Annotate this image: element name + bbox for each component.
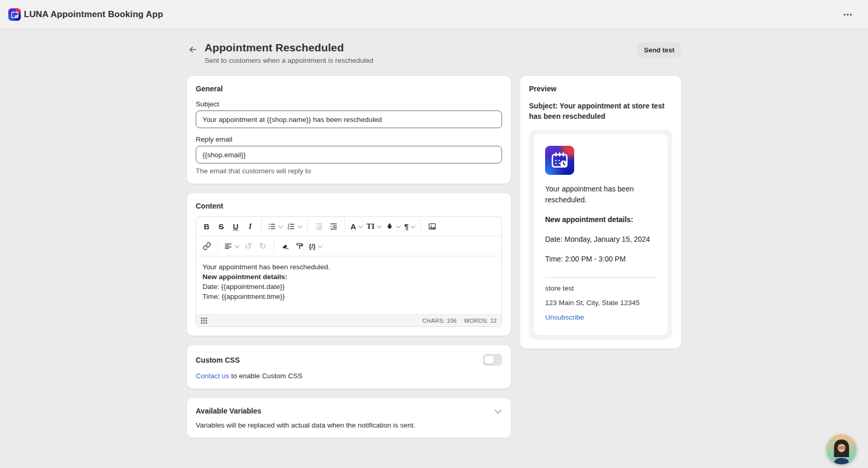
preview-time-line: Time: 2:00 PM - 3:00 PM [545,254,656,265]
chevron-down-icon [495,407,501,414]
general-card-title: General [196,85,502,93]
available-variables-title: Available Variables [196,407,261,415]
editor-line: Time: {{appointment.time}} [202,292,495,301]
preview-body-line: Your appointment has been rescheduled. [545,184,656,205]
editor-line: Your appointment has been rescheduled. [202,262,495,272]
back-button[interactable] [187,44,198,57]
paragraph-format-button[interactable]: ¶ [402,219,417,235]
preview-details-heading: New appointment details: [545,214,656,225]
person-avatar-image [826,434,857,464]
format-painter-button[interactable] [292,239,307,254]
support-chat-avatar[interactable] [826,434,857,464]
bullet-list-button[interactable] [265,219,284,235]
preview-date-line: Date: Monday, January 15, 2024 [545,234,656,245]
chevron-down-icon [297,223,303,228]
text-size-button[interactable]: TI [364,219,383,235]
available-variables-description: Variables will be replaced with actual d… [196,421,502,429]
available-variables-header[interactable]: Available Variables [196,407,502,415]
overflow-menu-button[interactable]: ⋯ [840,8,856,21]
page-subtitle: Sent to customers when a appointment is … [205,57,373,64]
char-count: CHARS: 106 [423,318,457,324]
align-button[interactable] [222,239,241,254]
toggle-knob [485,356,494,364]
strikethrough-button[interactable]: S [214,219,228,235]
preview-subject: Subject: Your appointment at store test … [529,101,672,122]
redo-button[interactable]: ↻ [255,239,270,254]
custom-css-note: Contact us to enable Custom CSS [196,372,502,380]
page-title: Appointment Rescheduled [205,42,373,54]
main-content: Appointment Rescheduled Sent to customer… [0,30,868,447]
outdent-icon [315,222,323,231]
subject-label: Subject [196,100,502,108]
insert-link-button[interactable] [199,239,214,254]
eraser-icon [281,242,290,251]
subject-input[interactable] [196,111,502,128]
bullet-list-icon [267,222,276,231]
chevron-down-icon [317,243,322,248]
editor-toolbar-row-2: ↺ ↻ [196,237,501,256]
custom-css-toggle[interactable] [483,354,502,366]
indent-icon [329,222,338,231]
font-color-button[interactable]: A [348,219,364,235]
custom-css-card: Custom CSS Contact us to enable Custom C… [187,345,511,389]
ordered-list-icon [287,222,295,231]
reply-email-label: Reply email [196,135,502,143]
undo-button[interactable]: ↺ [241,239,255,254]
code-view-button[interactable]: {/} [307,239,324,254]
toolbar-separator [421,218,421,235]
store-address: 123 Main St, City, State 12345 [545,299,656,307]
content-card-title: Content [196,202,502,210]
paint-roller-icon [295,242,304,251]
toolbar-separator [218,238,218,254]
toolbar-separator [261,218,262,235]
editor-toolbar-row-1: B S U I [196,217,501,237]
grid-icon[interactable] [201,318,207,324]
preview-frame: Your appointment has been rescheduled. N… [529,130,672,340]
indent-button[interactable] [326,219,341,235]
chevron-down-icon [411,223,416,228]
bold-button[interactable]: B [199,219,214,235]
reply-email-input[interactable] [196,146,502,163]
page-header: Appointment Rescheduled Sent to customer… [187,42,681,64]
link-icon [202,242,211,251]
editor-text-area[interactable]: Your appointment has been rescheduled. N… [196,256,501,314]
rich-text-editor: B S U I [196,216,502,327]
editor-stats: CHARS: 106 WORDS: 12 [423,318,497,324]
editor-line: Date: {{appointment.date}} [202,282,495,292]
word-count: WORDS: 12 [464,318,497,324]
ordered-list-button[interactable] [284,219,304,235]
send-test-button[interactable]: Send test [637,43,681,58]
contact-us-link[interactable]: Contact us [196,372,229,380]
chevron-down-icon [235,243,240,248]
available-variables-card: Available Variables Variables will be re… [187,398,511,438]
align-left-icon [224,242,233,251]
chevron-down-icon [376,223,382,228]
arrow-left-icon [188,45,198,54]
reply-email-help: The email that customers will reply to [196,167,502,175]
toolbar-separator [344,218,345,235]
editor-line: New appointment details: [202,272,495,282]
chevron-down-icon [278,223,283,228]
chevron-down-icon [396,223,401,228]
droplet-icon [385,222,394,231]
app-brand: LUNA Appointment Booking App [8,8,163,21]
preview-card: Preview Subject: Your appointment at sto… [520,76,681,349]
highlight-color-button[interactable] [383,219,402,235]
outdent-button[interactable] [311,219,326,235]
general-card: General Subject Reply email The email th… [187,76,511,184]
topbar: LUNA Appointment Booking App ⋯ [0,0,868,30]
preview-title: Preview [529,85,672,93]
clear-formatting-button[interactable] [278,239,292,254]
unsubscribe-link[interactable]: Unsubscribe [545,313,584,321]
store-name: store test [545,284,656,292]
divider [545,277,656,278]
italic-button[interactable]: I [243,219,257,235]
chevron-down-icon [358,223,363,228]
toolbar-separator [274,238,274,254]
editor-footer: CHARS: 106 WORDS: 12 [196,314,501,326]
underline-button[interactable]: U [228,219,243,235]
app-title: LUNA Appointment Booking App [24,9,163,20]
preview-email: Your appointment has been rescheduled. N… [534,134,668,335]
toolbar-separator [307,218,308,235]
insert-image-button[interactable] [425,219,439,235]
